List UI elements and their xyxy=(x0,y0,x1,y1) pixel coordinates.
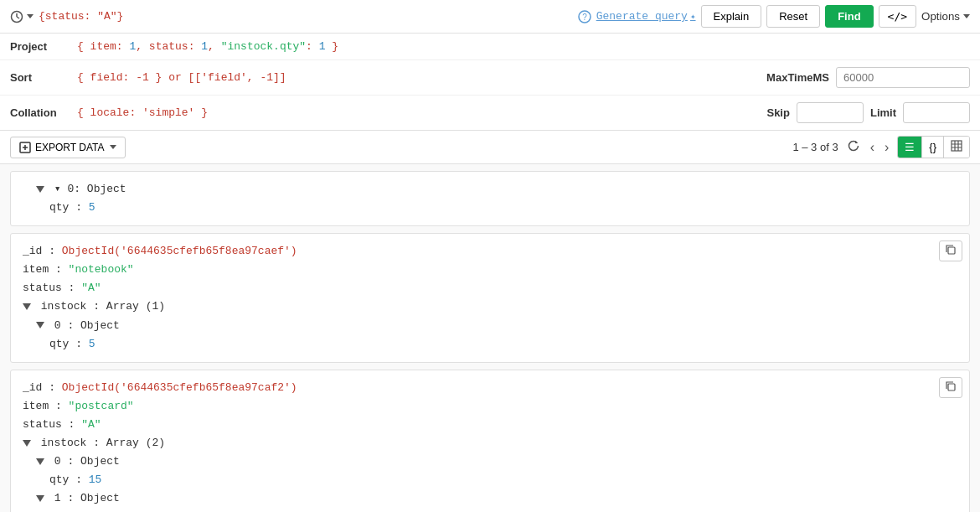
sort-value: { field: -1 } or [['field', -1]] xyxy=(77,71,766,84)
expand-icon[interactable] xyxy=(23,440,31,447)
toolbar-right: 1 – 3 of 3 ‹ › ☰ {} xyxy=(792,136,970,158)
reset-button[interactable]: Reset xyxy=(766,5,820,28)
svg-rect-13 xyxy=(948,247,955,254)
generate-query-link[interactable]: Generate query ✦ xyxy=(596,10,696,23)
result-line: qty : 15 xyxy=(23,471,957,489)
limit-label: Limit xyxy=(870,106,896,119)
project-row: Project { item: 1, status: 1, "instock.q… xyxy=(0,34,980,60)
maxtimems-group: MaxTimeMS xyxy=(766,67,970,88)
refresh-icon xyxy=(847,139,860,153)
result-card: ▾ 0: Object qty : 5 xyxy=(10,171,970,226)
result-line: 0 : Object xyxy=(23,317,957,335)
copy-icon xyxy=(945,380,957,392)
query-bar: {status: "A"} ? Generate query ✦ Explain… xyxy=(0,0,980,34)
result-line: _id : ObjectId('6644635cfefb65f8ea97caef… xyxy=(23,242,957,261)
export-label: EXPORT DATA xyxy=(35,142,104,153)
expand-icon[interactable] xyxy=(23,303,31,310)
collation-value: { locale: 'simple' } xyxy=(77,106,766,119)
sparkle-icon: ✦ xyxy=(690,11,696,22)
copy-button[interactable] xyxy=(939,240,962,261)
result-card: _id : ObjectId('6644635cfefb65f8ea97caef… xyxy=(10,233,970,363)
toolbar-row: EXPORT DATA 1 – 3 of 3 ‹ › ☰ {} xyxy=(0,131,980,164)
expand-icon[interactable] xyxy=(36,458,44,465)
svg-rect-8 xyxy=(952,141,962,151)
query-bar-left: {status: "A"} xyxy=(10,10,571,23)
result-line: status : "A" xyxy=(23,416,957,434)
skip-label: Skip xyxy=(766,106,789,119)
result-line: instock : Array (2) xyxy=(23,434,957,453)
skip-input[interactable] xyxy=(797,102,864,123)
prev-page-button[interactable]: ‹ xyxy=(869,140,876,155)
copy-button[interactable] xyxy=(939,377,962,398)
clock-icon xyxy=(10,10,23,23)
clock-dropdown-arrow xyxy=(27,14,34,18)
list-view-button[interactable]: ☰ xyxy=(898,137,922,158)
options-button[interactable]: Options xyxy=(921,10,970,23)
expand-icon[interactable] xyxy=(36,495,44,502)
result-line: _id : ObjectId('6644635cfefb65f8ea97caf2… xyxy=(23,379,957,397)
result-line: ▾ 0: Object xyxy=(23,180,957,199)
table-icon xyxy=(951,140,962,152)
results-area: ▾ 0: Object qty : 5 _id : ObjectId('6644… xyxy=(0,164,980,512)
result-line: item : "postcard" xyxy=(23,397,957,416)
result-line: instock : Array (1) xyxy=(23,297,957,316)
maxtimems-input[interactable] xyxy=(836,67,970,88)
result-line: qty : 5 xyxy=(23,199,957,217)
export-dropdown-arrow xyxy=(110,145,116,149)
expand-icon[interactable] xyxy=(36,322,44,328)
result-line: 0 : Object xyxy=(23,453,957,471)
copy-icon xyxy=(945,244,957,256)
json-view-button[interactable]: {} xyxy=(922,137,944,158)
limit-input[interactable] xyxy=(903,102,970,123)
maxtimems-label: MaxTimeMS xyxy=(766,71,829,84)
filter-fields: Project { item: 1, status: 1, "instock.q… xyxy=(0,34,980,131)
query-filter-text: {status: "A"} xyxy=(39,10,123,23)
explain-button[interactable]: Explain xyxy=(701,5,762,28)
query-history-button[interactable] xyxy=(10,10,34,23)
project-value: { item: 1, status: 1, "instock.qty": 1 } xyxy=(77,40,970,53)
collation-row: Collation { locale: 'simple' } Skip Limi… xyxy=(0,96,980,130)
export-data-button[interactable]: EXPORT DATA xyxy=(10,137,126,158)
result-card: _id : ObjectId('6644635cfefb65f8ea97caf2… xyxy=(10,370,970,512)
result-line: item : "notebook" xyxy=(23,261,957,279)
project-value-text: { item: 1, status: 1, "instock.qty": 1 } xyxy=(77,40,338,53)
export-icon xyxy=(19,142,31,153)
result-line: status : "A" xyxy=(23,279,957,297)
options-dropdown-arrow xyxy=(963,14,970,18)
find-button[interactable]: Find xyxy=(825,5,873,28)
next-page-button[interactable]: › xyxy=(883,140,890,155)
skip-limit-group: Skip Limit xyxy=(766,102,970,123)
sort-label: Sort xyxy=(10,71,77,84)
result-line: qty : 35 xyxy=(23,508,957,512)
sort-row: Sort { field: -1 } or [['field', -1]] Ma… xyxy=(0,60,980,96)
code-button[interactable]: </> xyxy=(879,5,916,28)
query-bar-right: ? Generate query ✦ Explain Reset Find </… xyxy=(578,5,970,28)
pagination-text: 1 – 3 of 3 xyxy=(792,141,838,153)
collation-label: Collation xyxy=(10,106,77,119)
result-line: qty : 5 xyxy=(23,335,957,354)
table-view-button[interactable] xyxy=(944,137,969,158)
view-toggle: ☰ {} xyxy=(897,136,970,158)
project-label: Project xyxy=(10,40,77,53)
svg-text:?: ? xyxy=(582,13,587,22)
hint-icon: ? xyxy=(578,10,591,23)
refresh-button[interactable] xyxy=(845,139,862,156)
expand-icon[interactable] xyxy=(36,186,44,193)
result-line: 1 : Object xyxy=(23,489,957,508)
svg-rect-14 xyxy=(948,384,955,390)
svg-line-2 xyxy=(17,17,19,18)
